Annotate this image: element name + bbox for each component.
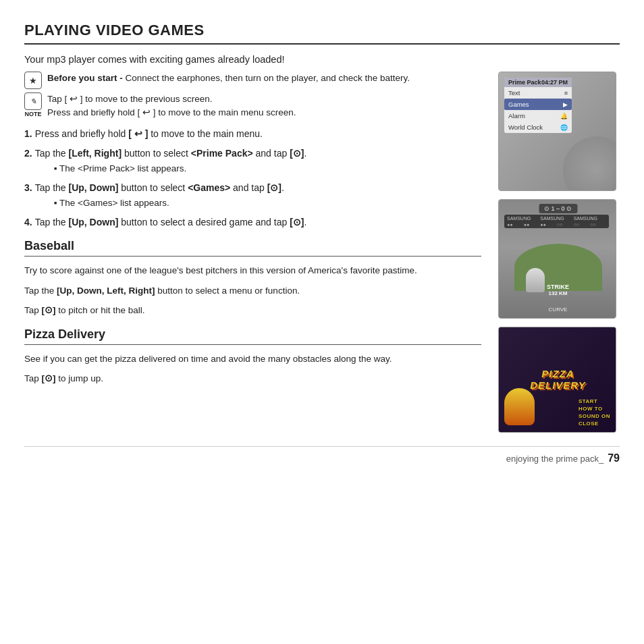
step-4: 4. Tap the [Up, Down] button to select a…: [24, 215, 481, 230]
pizza-desc-2: Tap [⊙] to jump up.: [24, 371, 481, 386]
footer: enjoying the prime pack_ 79: [24, 446, 620, 464]
note-label: NOTE: [24, 111, 41, 117]
footer-text: enjoying the prime pack_: [506, 454, 604, 464]
text-icon: ≡: [564, 90, 568, 97]
baseball-strike-text: STRIKE 132 KM: [547, 284, 569, 296]
team1: SAMSUNG: [507, 216, 539, 221]
pizza-menu-list: START HOW TO SOUND ON CLOSE: [579, 398, 610, 427]
step-4-text: Tap the [Up, Down] button to select a de…: [35, 215, 481, 230]
page-title: PLAYING VIDEO GAMES: [24, 22, 620, 45]
menu-item-alarm: Alarm 🔔: [504, 110, 572, 122]
menu-time: 04:27 PM: [541, 79, 568, 86]
baseball-bottom-labels: CURVE: [549, 306, 568, 313]
pizza-header: Pizza Delivery: [24, 327, 481, 345]
step-3-bullet: The <Games> list appears.: [54, 196, 481, 210]
menu-title-text: Prime Pack: [508, 79, 541, 86]
menu-screenshot: Prime Pack 04:27 PM Text ≡ Games ▶ Alarm…: [498, 72, 616, 191]
tip-bold: Before you start -: [47, 73, 123, 83]
pizza-desc-1: See if you can get the pizza delivered o…: [24, 352, 481, 367]
tip-star-text: Before you start - Connect the earphones…: [47, 72, 410, 85]
pizza-character: [504, 388, 535, 425]
scoreboard-row: SAMSUNG SAMSUNG SAMSUNG: [507, 216, 606, 221]
step-1-num: 1.: [24, 127, 32, 141]
right-column: Prime Pack 04:27 PM Text ≡ Games ▶ Alarm…: [495, 72, 620, 433]
left-column: ★ Before you start - Connect the earphon…: [24, 72, 495, 433]
games-icon: ▶: [563, 101, 568, 108]
step-2-sub: The <Prime Pack> list appears.: [46, 162, 481, 176]
scoreboard: SAMSUNG SAMSUNG SAMSUNG ●●●●●●○○○○○○: [504, 215, 609, 228]
strike-label: STRIKE: [547, 284, 569, 290]
steps-block: 1. Press and briefly hold [ ↩ ] to move …: [24, 127, 481, 230]
footer-page: 79: [608, 452, 620, 464]
step-1: 1. Press and briefly hold [ ↩ ] to move …: [24, 127, 481, 141]
pizza-menu-sound: SOUND ON: [579, 413, 610, 419]
pizza-screenshot: PIZZADELIVERY START HOW TO SOUND ON CLOS…: [498, 327, 616, 433]
pizza-screen-visual: PIZZADELIVERY START HOW TO SOUND ON CLOS…: [499, 327, 616, 432]
step-3-num: 3.: [24, 181, 32, 195]
baseball-screen-visual: ⊙ 1 – 0 ⊙ SAMSUNG SAMSUNG SAMSUNG ●●●●●●…: [499, 200, 616, 318]
pizza-menu-howto: HOW TO: [579, 406, 610, 412]
step-3: 3. Tap the [Up, Down] button to select <…: [24, 181, 481, 210]
baseball-score-text: ⊙ 1 – 0 ⊙: [539, 204, 577, 213]
pizza-title: PIZZADELIVERY: [530, 369, 586, 391]
worldclock-icon: 🌐: [560, 124, 568, 131]
step-2-text: Tap the [Left, Right] button to select <…: [35, 146, 481, 176]
tip-note: ✎ NOTE Tap [ ↩ ] to move to the previous…: [24, 92, 481, 120]
menu-item-games: Games ▶: [504, 99, 572, 110]
bg-sphere: [563, 136, 616, 190]
baseball-screenshot: ⊙ 1 – 0 ⊙ SAMSUNG SAMSUNG SAMSUNG ●●●●●●…: [498, 199, 616, 319]
team3: SAMSUNG: [574, 216, 606, 221]
step-2-num: 2.: [24, 146, 32, 161]
team2: SAMSUNG: [540, 216, 572, 221]
baseball-character: [526, 268, 545, 292]
curve-label: CURVE: [549, 306, 568, 313]
step-3-text: Tap the [Up, Down] button to select <Gam…: [35, 181, 481, 210]
score-dots: ●●●●●●○○○○○○: [507, 222, 606, 227]
step-2: 2. Tap the [Left, Right] button to selec…: [24, 146, 481, 176]
baseball-desc-2: Tap the [Up, Down, Left, Right] button t…: [24, 284, 481, 298]
baseball-desc-3: Tap [⊙] to pitch or hit the ball.: [24, 303, 481, 318]
step-3-sub: The <Games> list appears.: [46, 196, 481, 210]
alarm-icon: 🔔: [560, 113, 568, 119]
menu-title-bar: Prime Pack 04:27 PM: [504, 78, 572, 87]
menu-item-worldclock: World Clock 🌐: [504, 122, 572, 133]
intro-text: Your mp3 player comes with exciting game…: [24, 54, 620, 65]
pizza-menu-close: CLOSE: [579, 421, 610, 427]
menu-item-text: Text ≡: [504, 87, 572, 99]
note-icon-block: ✎ NOTE: [24, 92, 42, 117]
step-1-text: Press and briefly hold [ ↩ ] to move to …: [35, 127, 481, 141]
tip-star: ★ Before you start - Connect the earphon…: [24, 72, 481, 89]
baseball-desc-1: Try to score against one of the league's…: [24, 263, 481, 278]
menu-item-games-label: Games: [508, 101, 529, 108]
note-icon: ✎: [24, 92, 42, 110]
baseball-header: Baseball: [24, 239, 481, 257]
menu-screen-inner: Prime Pack 04:27 PM Text ≡ Games ▶ Alarm…: [504, 78, 572, 133]
strike-speed: 132 KM: [547, 290, 569, 296]
tip-note-text: Tap [ ↩ ] to move to the previous screen…: [47, 92, 296, 120]
star-icon: ★: [24, 72, 42, 89]
tips-block: ★ Before you start - Connect the earphon…: [24, 72, 481, 120]
step-4-num: 4.: [24, 215, 32, 230]
pizza-menu-start: START: [579, 398, 610, 404]
menu-item-text-label: Text: [508, 89, 520, 97]
menu-item-alarm-label: Alarm: [508, 112, 525, 119]
step-2-bullet: The <Prime Pack> list appears.: [54, 162, 481, 176]
menu-screen-visual: Prime Pack 04:27 PM Text ≡ Games ▶ Alarm…: [499, 72, 616, 190]
menu-item-worldclock-label: World Clock: [508, 124, 543, 131]
